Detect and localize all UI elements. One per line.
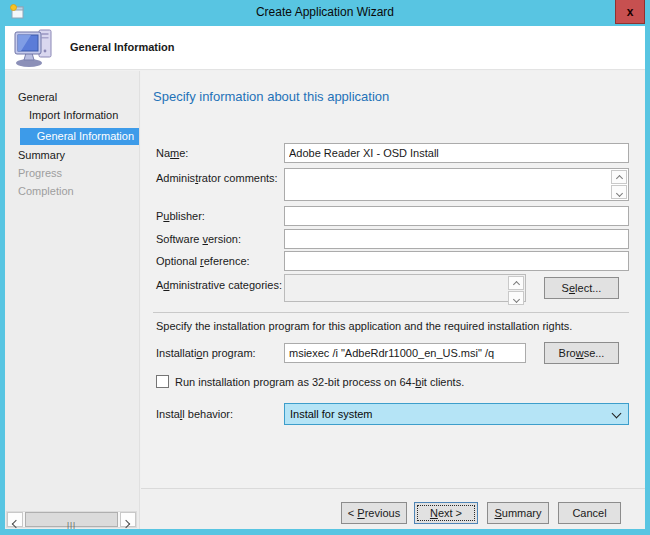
- chevron-right-icon: [122, 520, 130, 528]
- software-version-input[interactable]: [284, 229, 629, 249]
- sidebar-item-progress: Progress: [18, 167, 62, 179]
- run-32bit-checkbox-label: Run installation program as 32-bit proce…: [175, 376, 464, 388]
- sidebar-item-completion: Completion: [18, 185, 74, 197]
- sidebar-item-general[interactable]: General: [18, 91, 57, 103]
- cancel-button[interactable]: Cancel: [558, 502, 621, 524]
- wizard-page-title: General Information: [70, 41, 175, 53]
- wizard-steps-sidebar: General Import Information General Infor…: [5, 71, 140, 529]
- name-label: Name:: [156, 147, 188, 159]
- computer-icon: [13, 27, 55, 69]
- wizard-main-panel: Specify information about this applicati…: [141, 71, 645, 529]
- chevron-up-icon: [615, 175, 622, 182]
- publisher-label: Publisher:: [156, 210, 205, 222]
- sidebar-item-summary[interactable]: Summary: [18, 149, 65, 161]
- installation-program-label: Installation program:: [156, 347, 256, 359]
- install-behavior-label: Install behavior:: [156, 408, 233, 420]
- administrator-comments-label: Administrator comments:: [156, 172, 278, 184]
- wizard-dialog: General Information General Import Infor…: [5, 26, 645, 529]
- next-button[interactable]: Next >: [414, 502, 478, 524]
- install-behavior-dropdown[interactable]: Install for system: [284, 403, 629, 425]
- section-separator: [153, 312, 629, 313]
- close-button[interactable]: x: [615, 0, 645, 24]
- administrator-comments-input[interactable]: [284, 168, 629, 201]
- sidebar-horizontal-scrollbar[interactable]: |||: [6, 511, 137, 528]
- comments-scroll-up-button[interactable]: [611, 170, 627, 184]
- sidebar-item-general-information[interactable]: General Information: [20, 128, 139, 145]
- chevron-down-icon: [512, 296, 519, 303]
- install-behavior-value: Install for system: [290, 408, 373, 420]
- comments-scroll-down-button[interactable]: [611, 185, 627, 199]
- chevron-down-icon: [612, 409, 622, 419]
- installation-section-text: Specify the installation program for thi…: [156, 320, 572, 332]
- browse-button[interactable]: Browse...: [544, 342, 619, 364]
- software-version-label: Software version:: [156, 233, 241, 245]
- chevron-down-icon: [615, 190, 622, 197]
- summary-button[interactable]: Summary: [487, 502, 549, 524]
- name-input[interactable]: [284, 143, 629, 163]
- wizard-button-bar: < Previous Next > Summary Cancel: [141, 488, 645, 529]
- window-title: Create Application Wizard: [0, 5, 650, 19]
- optional-reference-input[interactable]: [284, 251, 629, 271]
- scrollbar-thumb[interactable]: |||: [25, 512, 118, 527]
- close-icon: x: [627, 5, 634, 19]
- optional-reference-label: Optional reference:: [156, 255, 250, 267]
- scroll-left-button[interactable]: [7, 512, 23, 527]
- categories-scroll-down-button[interactable]: [508, 291, 524, 305]
- run-32bit-checkbox[interactable]: [156, 375, 169, 388]
- chevron-up-icon: [512, 281, 519, 288]
- categories-scroll-up-button[interactable]: [508, 276, 524, 290]
- scrollbar-grip-icon: |||: [67, 518, 76, 531]
- administrative-categories-label: Administrative categories:: [156, 279, 282, 291]
- administrative-categories-box: [284, 274, 526, 302]
- sidebar-item-import-information[interactable]: Import Information: [29, 109, 118, 121]
- installation-program-input[interactable]: [284, 343, 526, 363]
- page-heading: Specify information about this applicati…: [153, 89, 389, 104]
- wizard-banner: General Information: [5, 26, 645, 70]
- chevron-left-icon: [12, 520, 20, 528]
- select-categories-button[interactable]: Select...: [544, 277, 619, 299]
- previous-button[interactable]: < Previous: [341, 502, 407, 524]
- publisher-input[interactable]: [284, 206, 629, 226]
- create-application-wizard-window: Create Application Wizard x General Info…: [0, 0, 650, 535]
- title-bar[interactable]: Create Application Wizard x: [0, 0, 650, 26]
- scroll-right-button[interactable]: [120, 512, 136, 527]
